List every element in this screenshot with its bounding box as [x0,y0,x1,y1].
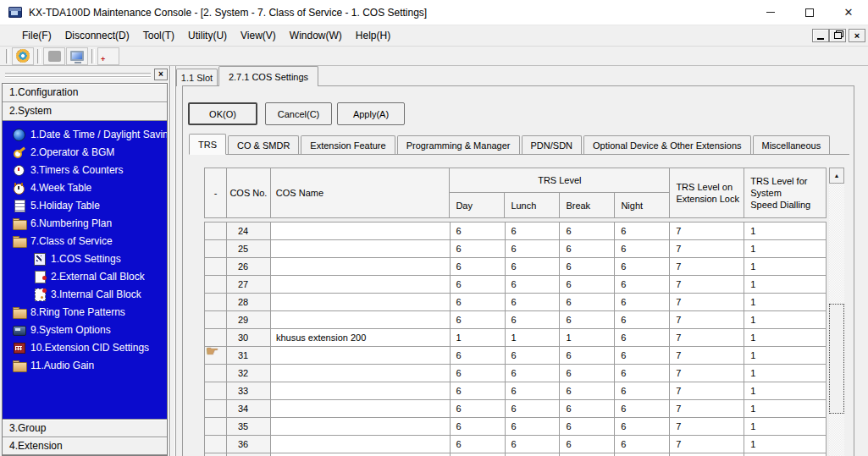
cos-name-cell[interactable] [271,400,451,418]
value-cell[interactable]: 6 [615,258,670,276]
menu-item-disconnect[interactable]: Disconnect(D) [58,26,136,46]
row-selector[interactable] [205,294,227,311]
night-header[interactable]: Night [615,193,670,218]
trs-level-group-header[interactable]: TRS Level [450,168,670,193]
value-cell[interactable]: 6 [615,223,670,240]
cos-no-cell[interactable]: 29 [227,311,271,329]
value-cell[interactable]: 6 [451,258,506,276]
sidebar-item-1-date-time-daylight-saving[interactable]: 1.Date & Time / Daylight Saving [3,125,167,143]
row-selector[interactable] [205,382,227,400]
value-cell[interactable]: 6 [506,258,561,276]
value-cell[interactable]: 6 [506,365,561,382]
value-cell[interactable]: 1 [744,347,827,365]
apply-button[interactable]: Apply(A) [337,102,405,125]
cos-no-cell[interactable]: 32 [227,365,271,382]
sidebar-item-9-system-options[interactable]: 9.System Options [3,321,167,338]
sidebar-item-8-ring-tone-patterns[interactable]: 8.Ring Tone Patterns [3,303,167,321]
minimize-button[interactable] [751,0,790,25]
help-button[interactable] [97,47,119,65]
value-cell[interactable]: 6 [451,347,506,365]
menu-item-utility[interactable]: Utility(U) [181,26,234,46]
sidebar-item-6-numbering-plan[interactable]: 6.Numbering Plan [3,214,167,232]
menu-item-view[interactable]: View(V) [234,26,283,46]
value-cell[interactable]: 1 [744,276,827,294]
menu-item-window[interactable]: Window(W) [283,26,349,46]
value-cell[interactable]: 1 [744,223,827,240]
value-cell[interactable]: 6 [615,436,670,453]
value-cell[interactable]: 6 [506,240,561,258]
toolbar-grip[interactable] [37,49,41,63]
value-cell[interactable]: 6 [560,258,615,276]
sidebar-grip[interactable] [5,73,151,77]
value-cell[interactable]: 1 [451,329,506,347]
cos-name-cell[interactable] [271,347,451,365]
value-cell[interactable]: 6 [451,365,506,382]
value-cell[interactable]: 6 [451,276,506,294]
value-cell[interactable]: 6 [506,347,561,365]
toolbar-grip[interactable] [91,49,95,63]
value-cell[interactable]: 7 [670,329,744,347]
value-cell[interactable]: 1 [744,365,827,382]
cos-no-cell[interactable]: 34 [227,400,271,418]
sidebar-item-4-week-table[interactable]: 4.Week Table [3,179,167,196]
cos-no-cell[interactable]: 33 [227,382,271,400]
value-cell[interactable]: 6 [615,400,670,418]
mdi-minimize-button[interactable] [812,29,829,42]
cos-name-cell[interactable] [271,436,451,453]
cos-no-cell[interactable]: 27 [227,276,271,294]
value-cell[interactable]: 7 [670,276,744,294]
cancel-button[interactable]: Cancel(C) [265,102,332,125]
lunch-header[interactable]: Lunch [505,193,560,218]
toolbar-grip[interactable] [6,49,9,63]
cos-name-cell[interactable] [271,240,451,258]
scrollbar-thumb[interactable] [829,304,844,414]
value-cell[interactable]: 7 [670,347,744,365]
cos-no-cell[interactable]: 24 [227,223,271,240]
subtab-trs[interactable]: TRS [189,134,226,155]
cos-no-cell[interactable]: 28 [227,294,271,311]
cos-name-cell[interactable] [271,258,451,276]
subtab-extension-feature[interactable]: Extension Feature [301,135,395,154]
sidebar-section-system[interactable]: 2.System [3,102,167,121]
value-cell[interactable]: 1 [744,418,827,436]
tab-cos-settings[interactable]: 2.7.1 COS Settings [218,66,318,86]
cos-no-cell[interactable]: 36 [227,436,271,453]
cos-no-cell[interactable]: 30 [227,329,271,347]
value-cell[interactable]: 7 [670,258,744,276]
sidebar-item-10-extension-cid-settings[interactable]: 10.Extension CID Settings [3,338,167,356]
sidebar-item-11-audio-gain[interactable]: 11.Audio Gain [3,356,167,374]
ok-button[interactable]: OK(O) [188,102,257,125]
menu-item-tool[interactable]: Tool(T) [136,26,181,46]
ext-lock-header[interactable]: TRS Level on Extension Lock [670,168,744,218]
value-cell[interactable]: 1 [744,400,827,418]
value-cell[interactable]: 6 [506,418,561,436]
value-cell[interactable]: 6 [506,311,561,329]
value-cell[interactable]: 1 [560,329,615,347]
maximize-button[interactable] [790,0,829,25]
value-cell[interactable]: 6 [451,223,506,240]
value-cell[interactable]: 6 [451,240,506,258]
value-cell[interactable]: 6 [560,418,615,436]
subtab-co-smdr[interactable]: CO & SMDR [228,135,299,154]
value-cell[interactable]: 6 [506,382,561,400]
row-selector[interactable] [205,311,227,329]
value-cell[interactable]: 6 [506,294,561,311]
subtab-miscellaneous[interactable]: Miscellaneous [753,135,831,154]
row-selector[interactable] [205,365,227,382]
cos-name-cell[interactable] [271,365,451,382]
row-selector[interactable] [205,329,227,347]
value-cell[interactable]: 6 [560,347,615,365]
value-cell[interactable]: 6 [506,436,561,453]
value-cell[interactable]: 7 [670,311,744,329]
value-cell[interactable]: 1 [744,294,827,311]
value-cell[interactable]: 6 [615,347,670,365]
row-selector[interactable] [205,400,227,418]
subtab-optional-device-other-extensions[interactable]: Optional Device & Other Extensions [583,135,750,154]
value-cell[interactable]: 1 [506,329,561,347]
value-cell[interactable]: 6 [615,365,670,382]
close-button[interactable]: ✕ [829,0,868,25]
sidebar-close-button[interactable]: × [154,69,168,80]
sidebar-section-configuration[interactable]: 1.Configuration [3,84,167,102]
value-cell[interactable]: 7 [670,365,744,382]
sidebar-item-2-operator-bgm[interactable]: 2.Operator & BGM [3,143,167,161]
